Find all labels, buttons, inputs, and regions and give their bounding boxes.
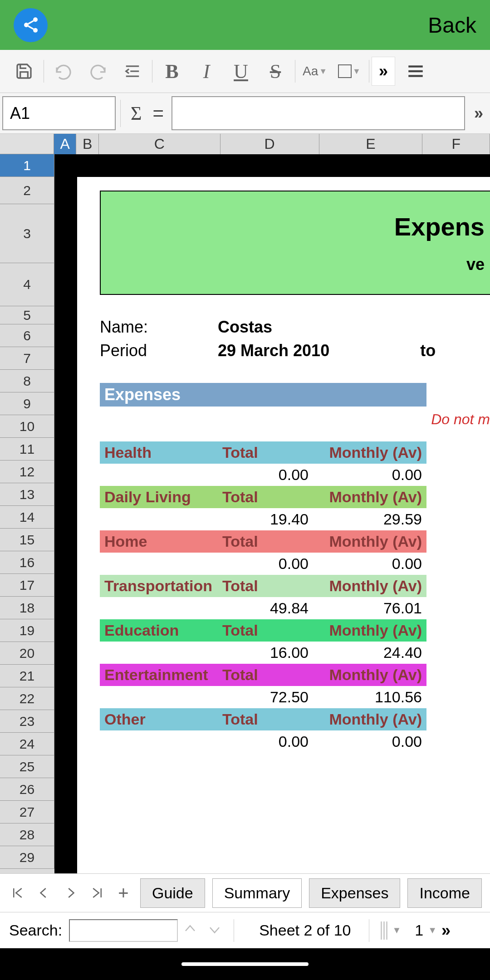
row-header-5[interactable]: 5 — [0, 306, 54, 324]
row-header-28[interactable]: 28 — [0, 823, 54, 846]
row-header-25[interactable]: 25 — [0, 755, 54, 778]
font-aa-icon: Aa — [303, 64, 318, 78]
strikethrough-button[interactable]: S — [262, 58, 289, 85]
row-header-13[interactable]: 13 — [0, 483, 54, 506]
category-header-row: OtherTotalMonthly (Av) — [100, 708, 426, 730]
row-header-11[interactable]: 11 — [0, 438, 54, 461]
back-button[interactable]: Back — [428, 13, 476, 38]
app-header: Back — [0, 0, 490, 50]
monthly-header: Monthly (Av) — [313, 619, 426, 642]
gesture-pill[interactable] — [181, 962, 309, 966]
row-header-29[interactable]: 29 — [0, 846, 54, 869]
column-header-f[interactable]: F — [422, 134, 490, 154]
next-sheet-button[interactable] — [61, 881, 80, 906]
category-values-row: 16.0024.40 — [100, 642, 426, 664]
indent-button[interactable] — [119, 58, 146, 85]
row-header-17[interactable]: 17 — [0, 574, 54, 597]
background-color-button[interactable]: ▼ — [336, 58, 363, 85]
category-table: HealthTotalMonthly (Av)0.000.00Daily Liv… — [100, 441, 426, 753]
column-header-d[interactable]: D — [220, 134, 319, 154]
row-header-16[interactable]: 16 — [0, 551, 54, 574]
prev-sheet-button[interactable] — [34, 881, 54, 906]
row-header-4[interactable]: 4 — [0, 263, 54, 306]
row-header-14[interactable]: 14 — [0, 506, 54, 529]
name-label: Name: — [100, 318, 218, 337]
formula-more-button[interactable]: » — [467, 104, 490, 123]
tab-expenses[interactable]: Expenses — [309, 878, 400, 908]
formula-bar: A1 Σ = » — [0, 93, 490, 134]
cell-reference-input[interactable]: A1 — [2, 96, 116, 130]
search-prev-button[interactable] — [183, 921, 197, 940]
title-main-text: Expens — [394, 212, 485, 241]
row-header-23[interactable]: 23 — [0, 710, 54, 733]
row-header-27[interactable]: 27 — [0, 801, 54, 823]
column-header-a[interactable]: A — [54, 134, 77, 154]
separator — [44, 60, 44, 83]
add-sheet-button[interactable]: + — [114, 881, 133, 906]
column-header-b[interactable]: B — [76, 134, 99, 154]
undo-button[interactable] — [50, 58, 77, 85]
name-row: Name: Costas — [100, 318, 490, 337]
separator — [234, 919, 234, 942]
italic-button[interactable]: I — [193, 58, 220, 85]
row-header-18[interactable]: 18 — [0, 597, 54, 619]
row-header-3[interactable]: 3 — [0, 204, 54, 263]
warning-text: Do not m — [100, 411, 490, 428]
search-label: Search: — [9, 921, 62, 939]
first-page-icon — [11, 884, 24, 902]
category-values-row: 72.50110.56 — [100, 686, 426, 708]
monthly-value: 110.56 — [313, 686, 426, 708]
row-header-2[interactable]: 2 — [0, 177, 54, 204]
status-more-button[interactable]: » — [441, 921, 451, 940]
row-header-21[interactable]: 21 — [0, 665, 54, 687]
last-sheet-button[interactable] — [88, 881, 107, 906]
search-input[interactable] — [69, 919, 178, 942]
chevron-left-icon — [37, 884, 51, 902]
row-header-20[interactable]: 20 — [0, 642, 54, 665]
spreadsheet-grid[interactable]: 1 2 3 4 5 6 7 8 9 10 11 12 13 14 15 16 1… — [0, 154, 490, 885]
category-name: Other — [100, 708, 218, 730]
row-header-24[interactable]: 24 — [0, 733, 54, 755]
row-header-10[interactable]: 10 — [0, 415, 54, 438]
save-button[interactable] — [10, 58, 38, 85]
view-mode-button[interactable] — [381, 921, 387, 940]
total-header: Total — [218, 441, 313, 464]
row-header-6[interactable]: 6 — [0, 324, 54, 347]
row-header-15[interactable]: 15 — [0, 529, 54, 551]
column-header-c[interactable]: C — [99, 134, 220, 154]
function-button[interactable]: Σ — [131, 103, 142, 124]
category-values-row: 0.000.00 — [100, 730, 426, 753]
tab-summary[interactable]: Summary — [212, 878, 302, 908]
sheet-info-text: Sheet 2 of 10 — [259, 921, 351, 939]
select-all-corner[interactable] — [0, 134, 54, 154]
row-header-9[interactable]: 9 — [0, 392, 54, 415]
total-value: 49.84 — [218, 597, 313, 619]
row-header-12[interactable]: 12 — [0, 461, 54, 483]
font-name-button[interactable]: Aa ▼ — [301, 58, 328, 85]
bold-button[interactable]: B — [158, 58, 186, 85]
row-header-8[interactable]: 8 — [0, 370, 54, 392]
redo-button[interactable] — [84, 58, 112, 85]
search-next-button[interactable] — [208, 921, 221, 940]
equals-button[interactable]: = — [152, 103, 164, 124]
first-sheet-button[interactable] — [8, 881, 27, 906]
row-header-22[interactable]: 22 — [0, 687, 54, 710]
zoom-value: 1 — [415, 921, 423, 939]
row-header-1[interactable]: 1 — [0, 154, 54, 177]
tab-income[interactable]: Income — [407, 878, 482, 908]
formula-input[interactable] — [172, 96, 465, 130]
column-headers: A B C D E F — [0, 134, 490, 154]
toolbar-more-button[interactable]: » — [372, 57, 395, 86]
tab-guide[interactable]: Guide — [140, 878, 205, 908]
category-name: Entertainment — [100, 664, 218, 686]
row-header-7[interactable]: 7 — [0, 347, 54, 370]
row-header-26[interactable]: 26 — [0, 778, 54, 801]
row-header-19[interactable]: 19 — [0, 619, 54, 642]
column-header-e[interactable]: E — [319, 134, 423, 154]
menu-button[interactable] — [402, 58, 429, 85]
expenses-section-header: Expenses — [100, 383, 426, 407]
share-button[interactable] — [14, 8, 48, 42]
to-label: to — [420, 341, 436, 360]
underline-button[interactable]: U — [227, 58, 255, 85]
total-value: 0.00 — [218, 464, 313, 486]
